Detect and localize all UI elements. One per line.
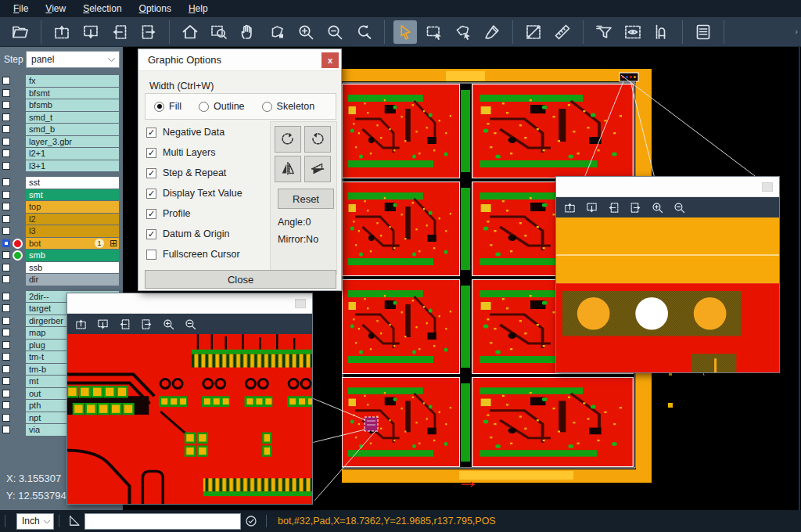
fill-mode-radio[interactable]: Skeleton — [262, 101, 315, 112]
magnifier-window-fiducial-detail[interactable] — [555, 176, 780, 373]
layer-name[interactable]: l2 — [26, 214, 119, 225]
layer-row[interactable]: l3 — [0, 225, 123, 237]
magnifier-toolbar-button[interactable] — [184, 318, 197, 331]
toolbar-button[interactable] — [207, 20, 231, 44]
toolbar-button[interactable] — [108, 20, 131, 44]
checkbox[interactable] — [146, 128, 156, 138]
layer-name[interactable]: bfsmb — [26, 99, 119, 111]
menu-item[interactable]: View — [37, 2, 74, 16]
magnifier-toolbar-button[interactable] — [140, 318, 153, 331]
toolbar-button[interactable] — [592, 20, 616, 44]
layer-row[interactable]: bfsmb — [0, 99, 123, 111]
layer-visibility-checkbox[interactable] — [2, 125, 10, 133]
menu-item[interactable]: Help — [180, 2, 217, 16]
display-option-row[interactable]: Fullscreen Cursor — [146, 244, 271, 264]
refresh-icon[interactable] — [244, 514, 258, 528]
layer-name[interactable]: top — [26, 201, 119, 213]
layer-name[interactable]: fx — [26, 75, 119, 87]
dialog-close-icon[interactable]: x — [321, 52, 339, 68]
rotate-ccw-button[interactable] — [304, 126, 331, 153]
layer-row[interactable]: dir — [0, 274, 123, 286]
display-option-row[interactable]: Datum & Origin — [146, 224, 271, 244]
window-control-button[interactable] — [295, 299, 306, 308]
magnifier-title-bar[interactable] — [67, 293, 312, 314]
toolbar-button[interactable] — [50, 20, 74, 44]
layer-visibility-checkbox[interactable] — [2, 162, 10, 170]
toolbar-button[interactable] — [178, 20, 202, 44]
layer-visibility-checkbox[interactable] — [2, 113, 10, 121]
layer-visibility-checkbox[interactable] — [2, 138, 10, 146]
close-button[interactable]: Close — [145, 270, 336, 289]
menu-item[interactable]: File — [5, 2, 37, 16]
angle-measure-icon[interactable] — [67, 514, 81, 528]
layer-visibility-checkbox[interactable] — [2, 89, 10, 97]
toolbar-button[interactable] — [522, 20, 545, 44]
layer-visibility-checkbox[interactable] — [2, 401, 10, 409]
rotate-cw-button[interactable] — [275, 126, 301, 153]
layer-visibility-checkbox[interactable] — [2, 341, 10, 349]
toolbar-button[interactable] — [265, 20, 289, 44]
layer-visibility-checkbox[interactable] — [2, 414, 10, 422]
layer-row[interactable]: l3+1 — [0, 160, 123, 172]
layer-name[interactable]: sst — [26, 177, 119, 189]
layer-visibility-checkbox[interactable] — [2, 304, 10, 312]
fill-mode-radio[interactable]: Fill — [154, 101, 181, 112]
checkbox[interactable] — [146, 189, 156, 199]
layer-grid-icon[interactable] — [110, 238, 117, 249]
layer-row[interactable]: l2+1 — [0, 148, 123, 160]
layer-visibility-checkbox[interactable] — [2, 227, 10, 235]
checkbox[interactable] — [146, 168, 156, 178]
checkbox[interactable] — [146, 209, 156, 219]
layer-name[interactable]: smb — [26, 250, 119, 261]
radio-button[interactable] — [199, 102, 209, 112]
toolbar-overflow-chevron[interactable]: › — [795, 27, 798, 36]
layer-visibility-checkbox[interactable] — [2, 317, 10, 325]
layer-name[interactable]: layer_3.gbr — [26, 136, 119, 148]
layer-name[interactable]: bfsmt — [26, 88, 119, 99]
layer-name[interactable]: smt — [26, 189, 119, 201]
layer-row[interactable]: top — [0, 201, 123, 213]
layer-row[interactable]: fx — [0, 75, 123, 87]
layer-visibility-checkbox[interactable] — [2, 264, 10, 271]
toolbar-button[interactable] — [551, 20, 574, 44]
radio-button[interactable] — [154, 102, 164, 112]
magnifier-toolbar-button[interactable] — [96, 318, 110, 331]
toolbar-button[interactable] — [352, 20, 375, 44]
selected-pad-marker[interactable] — [365, 417, 378, 431]
layer-name[interactable]: bot — [26, 238, 119, 250]
layer-visibility-checkbox[interactable] — [2, 215, 10, 223]
layer-name[interactable]: ssb — [26, 262, 119, 274]
magnifier-toolbar-button[interactable] — [118, 318, 131, 331]
layer-name[interactable]: l3+1 — [26, 160, 119, 172]
display-option-row[interactable]: Step & Repeat — [146, 163, 271, 183]
menu-item[interactable]: Selection — [74, 2, 130, 16]
toolbar-button[interactable] — [621, 20, 645, 44]
layer-name[interactable]: dir — [26, 274, 119, 286]
magnifier-window-pad-detail[interactable] — [66, 293, 313, 505]
unit-select[interactable]: Inch — [16, 513, 54, 530]
magnifier-toolbar-button[interactable] — [563, 201, 577, 214]
layer-row[interactable]: l2 — [0, 214, 123, 225]
layer-visibility-checkbox[interactable] — [2, 353, 10, 361]
toolbar-button[interactable] — [691, 20, 715, 44]
display-option-row[interactable]: Profile — [146, 203, 271, 224]
magnifier-toolbar-button[interactable] — [651, 201, 664, 214]
step-select[interactable]: panel — [26, 51, 120, 68]
layer-visibility-checkbox[interactable] — [2, 239, 10, 247]
layer-visibility-checkbox[interactable] — [2, 203, 10, 210]
layer-visibility-checkbox[interactable] — [2, 293, 10, 300]
toolbar-button[interactable] — [137, 20, 160, 44]
command-input[interactable] — [84, 513, 241, 530]
layer-name[interactable]: l2+1 — [26, 148, 119, 160]
toolbar-button[interactable] — [650, 20, 673, 44]
layer-visibility-checkbox[interactable] — [2, 329, 10, 336]
layer-visibility-checkbox[interactable] — [2, 390, 10, 397]
layer-row[interactable]: smd_t — [0, 112, 123, 124]
layer-visibility-checkbox[interactable] — [2, 178, 10, 186]
toolbar-button[interactable] — [323, 20, 347, 44]
checkbox[interactable] — [146, 250, 156, 260]
fill-mode-radio[interactable]: Outline — [199, 101, 245, 112]
dialog-title-bar[interactable]: Graphic Options x — [138, 49, 341, 71]
toolbar-button[interactable] — [79, 20, 102, 44]
layer-name[interactable]: smd_t — [26, 112, 119, 124]
